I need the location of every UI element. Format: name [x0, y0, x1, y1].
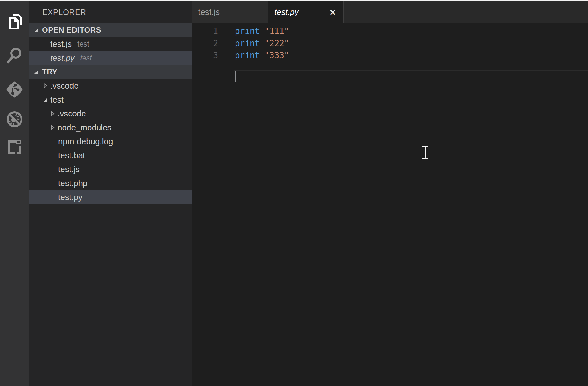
folder-section-header-label: TRY: [42, 67, 58, 76]
activity-item-debug[interactable]: [0, 105, 29, 134]
tree-item-label: test.bat: [58, 151, 85, 160]
tree-item-vscode-nested[interactable]: .vscode: [29, 107, 192, 121]
code-editor[interactable]: 1 print"111" 2 print"222" 3 print"333": [192, 23, 588, 62]
chevron-right-icon: [43, 83, 50, 89]
sidebar-title: EXPLORER: [29, 1, 192, 23]
open-editor-item-testjs[interactable]: test.js test: [29, 37, 192, 51]
tree-item-test-py[interactable]: test.py: [29, 190, 192, 204]
twisty-expanded-icon: [43, 98, 50, 102]
text-caret: [235, 71, 236, 82]
activity-bar: [0, 1, 29, 386]
tree-item-label: test.js: [58, 165, 80, 174]
open-editor-item-testpy[interactable]: test.py test: [29, 51, 192, 65]
activity-item-search[interactable]: [0, 41, 29, 70]
activity-item-explorer[interactable]: [0, 7, 29, 36]
activity-item-extensions[interactable]: [0, 132, 29, 161]
tab-bar: test.js test.py ✕: [192, 1, 588, 23]
open-editors-header-label: OPEN EDITORS: [42, 26, 101, 34]
tree-item-test-js[interactable]: test.js: [29, 162, 192, 176]
tree-item-label: test.php: [58, 178, 88, 188]
line-number: 1: [192, 26, 218, 36]
open-editor-file-description: test: [77, 40, 89, 48]
line-number: 2: [192, 39, 218, 48]
line-number: 3: [192, 51, 218, 60]
keyword-token: print: [235, 39, 260, 48]
tree-item-label: test: [50, 95, 64, 105]
keyword-token: print: [235, 51, 260, 60]
open-editor-file-name: test.js: [50, 39, 72, 49]
folder-section-header-try[interactable]: TRY: [29, 65, 192, 79]
tree-item-test-bat[interactable]: test.bat: [29, 148, 192, 162]
search-icon: [5, 46, 24, 65]
editor-group: test.js test.py ✕ 1 print"111" 2 print"2…: [192, 1, 588, 386]
tab-bar-empty-space: [343, 1, 588, 23]
activity-item-source-control[interactable]: [0, 75, 29, 104]
tree-item-label: node_modules: [58, 123, 112, 133]
tree-item-label: test.py: [58, 192, 83, 202]
current-line-highlight: [234, 70, 588, 83]
code-line[interactable]: 2 print"222": [192, 37, 588, 50]
code-line[interactable]: 1 print"111": [192, 25, 588, 37]
tree-item-vscode[interactable]: .vscode: [29, 79, 192, 93]
open-editor-file-description: test: [80, 54, 92, 62]
code-line-current[interactable]: 3 print"333": [192, 49, 588, 62]
close-icon[interactable]: ✕: [329, 8, 336, 16]
tree-item-test-php[interactable]: test.php: [29, 176, 192, 190]
tab-label: test.py: [274, 7, 299, 17]
tree-item-label: .vscode: [58, 109, 86, 119]
sidebar-title-label: EXPLORER: [42, 8, 86, 17]
tree-item-label: npm-debug.log: [58, 137, 113, 146]
string-token: "222": [264, 39, 289, 48]
tab-label: test.js: [198, 7, 220, 17]
open-editors-header[interactable]: OPEN EDITORS: [29, 23, 192, 37]
keyword-token: print: [235, 26, 260, 36]
open-editor-file-name: test.py: [50, 53, 75, 63]
tab-test-py[interactable]: test.py ✕: [268, 1, 343, 23]
chevron-right-icon: [51, 110, 58, 117]
tree-item-node-modules[interactable]: node_modules: [29, 121, 192, 134]
twisty-expanded-icon: [34, 28, 38, 32]
tree-item-label: .vscode: [50, 81, 79, 91]
git-icon: [5, 80, 24, 99]
files-icon: [5, 12, 24, 31]
tree-item-test[interactable]: test: [29, 93, 192, 107]
twisty-expanded-icon: [34, 70, 38, 74]
chevron-right-icon: [51, 124, 58, 131]
string-token: "333": [264, 51, 289, 60]
extensions-icon: [5, 138, 24, 156]
string-token: "111": [264, 26, 289, 36]
sidebar-explorer: EXPLORER OPEN EDITORS test.js test test.…: [29, 1, 192, 386]
debug-disabled-icon: [5, 110, 24, 128]
tab-test-js[interactable]: test.js: [192, 1, 268, 23]
tree-item-npm-debug-log[interactable]: npm-debug.log: [29, 134, 192, 148]
